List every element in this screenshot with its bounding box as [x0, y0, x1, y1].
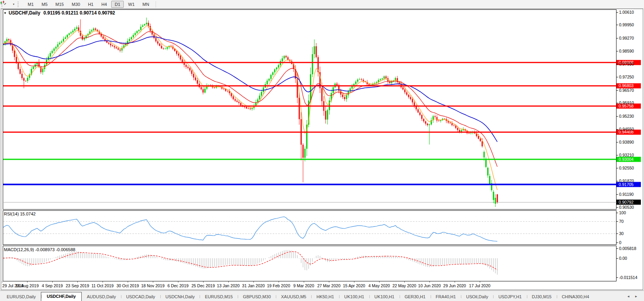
chart-region: ▼USDCHF,Daily0.91195 0.91211 0.90714 0.9… — [0, 9, 644, 290]
candle-body — [263, 88, 264, 92]
candle-body — [351, 86, 352, 88]
date-label: 6 Dec 2019 — [167, 283, 189, 288]
candle-body — [487, 168, 488, 176]
candle-body — [193, 74, 194, 77]
date-label: 31 Jan 2020 — [242, 283, 265, 288]
toolbar-grip-2[interactable] — [18, 2, 20, 7]
candle-body — [266, 80, 268, 84]
rsi-tick-label: 100 — [619, 210, 626, 215]
collapse-triangle-icon[interactable]: ▼ — [4, 11, 7, 15]
macd-indicator-label: MACD(12,26,9) -0.008973 -0.006588 — [4, 247, 75, 252]
candle-body — [163, 48, 164, 49]
symbol-tab-usdcnh-daily[interactable]: USDCNH,Daily — [160, 293, 200, 301]
candle-body — [321, 88, 323, 101]
symbol-tab-audusd-daily[interactable]: AUDUSD,Daily — [82, 293, 121, 301]
symbol-tab-dj30-m15[interactable]: DJ30,M15 — [527, 293, 557, 301]
candle-body — [457, 128, 458, 130]
price-tick-label: 0.98590 — [619, 49, 634, 53]
candle-body — [204, 89, 205, 93]
candle-body — [450, 122, 451, 123]
candle-body — [444, 119, 445, 119]
rsi-tick-label: 30 — [619, 231, 624, 236]
symbol-tab-eurusd-m15[interactable]: EURUSD,M15 — [200, 293, 238, 301]
candle-body — [112, 46, 113, 46]
candle-body — [380, 79, 381, 80]
symbol-tab-uk100-h1[interactable]: UK100,H1 — [339, 293, 369, 301]
candle-body — [153, 35, 154, 38]
symbol-tab-gbpusd-m30[interactable]: GBPUSD,M30 — [238, 293, 276, 301]
symbol-tab-xauusd-m5[interactable]: XAUUSD,M5 — [276, 293, 311, 301]
candle-body — [238, 102, 239, 103]
symbol-tabbar: EURUSD,DailyUSDCHF,DailyAUDUSD,DailyUSDC… — [0, 290, 644, 301]
candle-body — [276, 67, 277, 69]
candle-body — [280, 61, 281, 65]
chevron-down-icon[interactable]: ▾ — [13, 3, 15, 6]
candle-body — [497, 194, 498, 202]
macd-tick-label: -0.011514 — [619, 275, 638, 280]
candle-body — [342, 95, 343, 97]
tab-scroll-arrows: ◄ ► — [622, 295, 642, 301]
timeframe-m30-button[interactable]: M30 — [68, 1, 83, 8]
timeframe-h4-button[interactable]: H4 — [98, 1, 110, 8]
symbol-tab-fra40-h1[interactable]: FRA40,H1 — [431, 293, 461, 301]
macd-tick-label: 0.00 — [619, 256, 627, 261]
timeframe-w1-button[interactable]: W1 — [125, 1, 138, 8]
timeframe-m5-button[interactable]: M5 — [38, 1, 51, 8]
tabs-holder: EURUSD,DailyUSDCHF,DailyAUDUSD,DailyUSDC… — [2, 292, 594, 301]
candle-body — [327, 110, 328, 120]
candle-body — [357, 80, 358, 82]
candle-body — [76, 27, 77, 29]
symbol-tab-china300-h4[interactable]: CHINA300,H4 — [557, 293, 594, 301]
candle-body — [468, 133, 470, 133]
candle-body — [53, 49, 55, 51]
candle-body — [493, 192, 494, 200]
candle-body — [250, 108, 251, 109]
candle-body — [159, 44, 160, 46]
candle-body — [329, 100, 330, 110]
candle-body — [148, 23, 149, 26]
candle-body — [231, 93, 232, 97]
symbol-tab-usdchf-daily[interactable]: USDCHF,Daily — [41, 292, 82, 301]
candle-body — [68, 33, 70, 35]
candle-body — [440, 120, 441, 121]
timeframe-m15-button[interactable]: M15 — [52, 1, 67, 8]
timeframe-h1-button[interactable]: H1 — [84, 1, 97, 8]
symbol-tab-usdcad-daily[interactable]: USDCAD,Daily — [121, 293, 160, 301]
candle-body — [214, 88, 215, 88]
symbol-tab-ger30-h1[interactable]: GER30,H1 — [400, 293, 431, 301]
chart-symbol-label: USDCHF,Daily — [9, 10, 40, 16]
timeframe-buttons: M1M5M15M30H1H4D1W1MN — [24, 1, 153, 8]
candle-body — [359, 79, 360, 80]
symbol-tab-usdjpy-h1[interactable]: USDJPY,H1 — [493, 293, 527, 301]
candle-body — [140, 27, 141, 30]
timeframe-d1-button[interactable]: D1 — [111, 1, 124, 8]
candle-body — [155, 38, 156, 42]
candle-body — [152, 31, 153, 35]
candle-body — [429, 124, 430, 125]
price-tick-label: 0.97930 — [619, 62, 634, 66]
candle-body — [261, 92, 262, 96]
symbol-tab-hk50-h1[interactable]: HK50,H1 — [311, 293, 339, 301]
symbol-tab-usoil-daily[interactable]: USOil,Daily — [461, 293, 493, 301]
chart-tools-icon[interactable] — [6, 1, 13, 7]
timeframe-m1-button[interactable]: M1 — [24, 1, 37, 8]
symbol-tab-eurusd-daily[interactable]: EURUSD,Daily — [2, 293, 41, 301]
candle-body — [146, 23, 147, 24]
tab-scroll-left-icon[interactable]: ◄ — [627, 295, 630, 298]
candle-body — [187, 67, 189, 68]
candle-body — [404, 89, 405, 92]
candle-body — [480, 139, 481, 141]
candle-body — [259, 96, 260, 100]
candle-body — [223, 89, 224, 89]
date-label: 11 Oct 2019 — [92, 283, 114, 288]
candle-body — [180, 56, 181, 60]
candle-body — [248, 108, 249, 109]
price-tick-label: 0.96570 — [619, 88, 634, 93]
tab-scroll-right-icon[interactable]: ► — [635, 295, 638, 298]
timeframe-mn-button[interactable]: MN — [139, 1, 153, 8]
symbol-tab-uk100-h1[interactable]: UK100,H1 — [369, 293, 400, 301]
date-label: 16 Aug 2019 — [16, 283, 39, 288]
candle-body — [23, 78, 24, 81]
candle-body — [114, 46, 115, 47]
candle-body — [419, 113, 420, 115]
